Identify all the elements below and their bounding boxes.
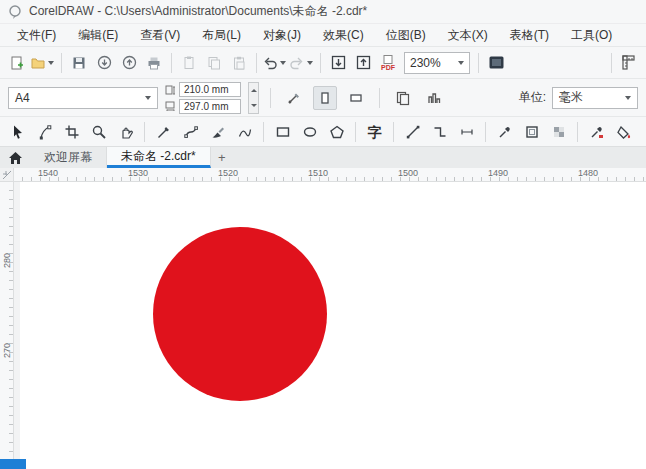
page-height-input[interactable]: 297.0 mm bbox=[179, 99, 241, 114]
menu-effects[interactable]: 效果(C) bbox=[312, 25, 375, 46]
red-circle-object[interactable] bbox=[153, 227, 327, 401]
current-page-button[interactable] bbox=[422, 86, 446, 110]
new-tab-button[interactable]: + bbox=[211, 147, 233, 168]
toolbox-separator bbox=[263, 122, 264, 142]
undo-button[interactable] bbox=[262, 51, 288, 75]
page-size-dropdown-icon[interactable] bbox=[145, 96, 151, 100]
ruler-h-label: 1510 bbox=[308, 168, 328, 178]
dimension-stepper[interactable] bbox=[248, 82, 259, 114]
toolbox-separator bbox=[577, 122, 578, 142]
toolbox-separator bbox=[393, 122, 394, 142]
open-document-button[interactable] bbox=[30, 51, 56, 75]
export-button[interactable] bbox=[351, 51, 375, 75]
new-document-button[interactable] bbox=[5, 51, 29, 75]
undo-dropdown-icon[interactable] bbox=[280, 61, 286, 65]
redo-dropdown-icon[interactable] bbox=[307, 61, 313, 65]
landscape-orientation-button[interactable] bbox=[344, 86, 368, 110]
save-button[interactable] bbox=[67, 51, 91, 75]
text-tool-glyph: 字 bbox=[368, 125, 382, 139]
home-tab-button[interactable] bbox=[0, 147, 30, 168]
freehand-tool-icon[interactable] bbox=[151, 120, 176, 144]
print-button[interactable] bbox=[142, 51, 166, 75]
vertical-ruler[interactable]: 280 270 bbox=[0, 182, 14, 469]
connector-tool-icon[interactable] bbox=[427, 120, 452, 144]
cloud-open-button[interactable] bbox=[117, 51, 141, 75]
menu-tools[interactable]: 工具(O) bbox=[560, 25, 623, 46]
ruler-v-label: 270 bbox=[2, 344, 12, 358]
pan-tool-icon[interactable] bbox=[113, 120, 138, 144]
menu-bitmaps[interactable]: 位图(B) bbox=[375, 25, 437, 46]
ruler-h-label: 1540 bbox=[38, 168, 58, 178]
pick-tool-icon[interactable] bbox=[5, 120, 30, 144]
show-rulers-button[interactable] bbox=[617, 51, 641, 75]
toolbox-separator bbox=[355, 122, 356, 142]
stepper-down-icon[interactable] bbox=[251, 104, 257, 107]
transparency-tool-icon[interactable] bbox=[546, 120, 571, 144]
bezier-tool-icon[interactable] bbox=[178, 120, 203, 144]
toolbox-separator bbox=[144, 122, 145, 142]
menu-object[interactable]: 对象(J) bbox=[252, 25, 312, 46]
zoom-level-combo[interactable]: 230% bbox=[404, 52, 470, 74]
paste-button[interactable] bbox=[227, 51, 251, 75]
menu-text[interactable]: 文本(X) bbox=[437, 25, 499, 46]
page-size-value: A4 bbox=[15, 91, 30, 105]
polygon-tool-icon[interactable] bbox=[324, 120, 349, 144]
toolbox-separator bbox=[485, 122, 486, 142]
portrait-orientation-button[interactable] bbox=[313, 86, 337, 110]
copy-button[interactable] bbox=[202, 51, 226, 75]
ruler-origin-corner[interactable] bbox=[0, 168, 14, 182]
import-button[interactable] bbox=[326, 51, 350, 75]
zoom-tool-icon[interactable] bbox=[86, 120, 111, 144]
tab-untitled-document[interactable]: 未命名 -2.cdr* bbox=[107, 147, 211, 168]
eyedropper-tool-icon[interactable] bbox=[492, 120, 517, 144]
window-title: CorelDRAW - C:\Users\Administrator\Docum… bbox=[29, 3, 367, 20]
menu-bar: 文件(F) 编辑(E) 查看(V) 布局(L) 对象(J) 效果(C) 位图(B… bbox=[0, 24, 646, 46]
units-label: 单位: bbox=[519, 89, 546, 106]
interactive-fill-tool-icon[interactable] bbox=[611, 120, 636, 144]
menu-file[interactable]: 文件(F) bbox=[6, 25, 67, 46]
menu-table[interactable]: 表格(T) bbox=[499, 25, 560, 46]
smart-drawing-tool-icon[interactable] bbox=[232, 120, 257, 144]
stepper-up-icon[interactable] bbox=[251, 89, 257, 92]
zoom-dropdown-icon[interactable] bbox=[458, 61, 464, 65]
shape-tool-icon[interactable] bbox=[32, 120, 57, 144]
open-dropdown-icon[interactable] bbox=[48, 61, 54, 65]
standard-toolbar: PDF 230% bbox=[0, 46, 646, 78]
cut-button[interactable] bbox=[177, 51, 201, 75]
pdf-label: PDF bbox=[381, 64, 395, 71]
all-pages-button[interactable] bbox=[391, 86, 415, 110]
page-navigator-tab[interactable] bbox=[0, 459, 26, 469]
page-height-icon bbox=[165, 101, 176, 112]
page-width-input[interactable]: 210.0 mm bbox=[179, 82, 241, 97]
redo-button[interactable] bbox=[289, 51, 315, 75]
dimension-tool-icon[interactable] bbox=[454, 120, 479, 144]
menu-view[interactable]: 查看(V) bbox=[129, 25, 191, 46]
page-dimensions-group: 210.0 mm 297.0 mm bbox=[165, 82, 241, 114]
horizontal-ruler[interactable]: 1540 1530 1520 1510 1500 1490 1480 bbox=[14, 168, 646, 182]
crop-tool-icon[interactable] bbox=[59, 120, 84, 144]
title-bar: CorelDRAW - C:\Users\Administrator\Docum… bbox=[0, 0, 646, 24]
artistic-media-tool-icon[interactable] bbox=[205, 120, 230, 144]
ruler-h-label: 1500 bbox=[398, 168, 418, 178]
page-size-combo[interactable]: A4 bbox=[8, 87, 158, 109]
menu-layout[interactable]: 布局(L) bbox=[191, 25, 252, 46]
units-dropdown-icon[interactable] bbox=[625, 96, 631, 100]
tab-welcome-screen[interactable]: 欢迎屏幕 bbox=[30, 147, 107, 168]
publish-pdf-button[interactable]: PDF bbox=[376, 51, 400, 75]
ellipse-tool-icon[interactable] bbox=[297, 120, 322, 144]
units-combo[interactable]: 毫米 bbox=[552, 87, 638, 109]
rectangle-tool-icon[interactable] bbox=[270, 120, 295, 144]
color-eyedropper-tool-icon[interactable] bbox=[584, 120, 609, 144]
fullscreen-preview-button[interactable] bbox=[484, 51, 508, 75]
straight-line-tool-icon[interactable] bbox=[400, 120, 425, 144]
toolbox: 字 bbox=[0, 116, 646, 146]
text-tool-icon[interactable]: 字 bbox=[362, 120, 387, 144]
autofit-page-button[interactable] bbox=[282, 86, 306, 110]
propbar-separator bbox=[379, 88, 380, 108]
drawing-canvas[interactable]: 280 270 bbox=[0, 182, 646, 469]
menu-edit[interactable]: 编辑(E) bbox=[67, 25, 129, 46]
cloud-save-button[interactable] bbox=[92, 51, 116, 75]
shape-outline-tool-icon[interactable] bbox=[519, 120, 544, 144]
property-bar: A4 210.0 mm 297.0 mm 单位: 毫米 bbox=[0, 78, 646, 116]
ruler-h-label: 1530 bbox=[128, 168, 148, 178]
